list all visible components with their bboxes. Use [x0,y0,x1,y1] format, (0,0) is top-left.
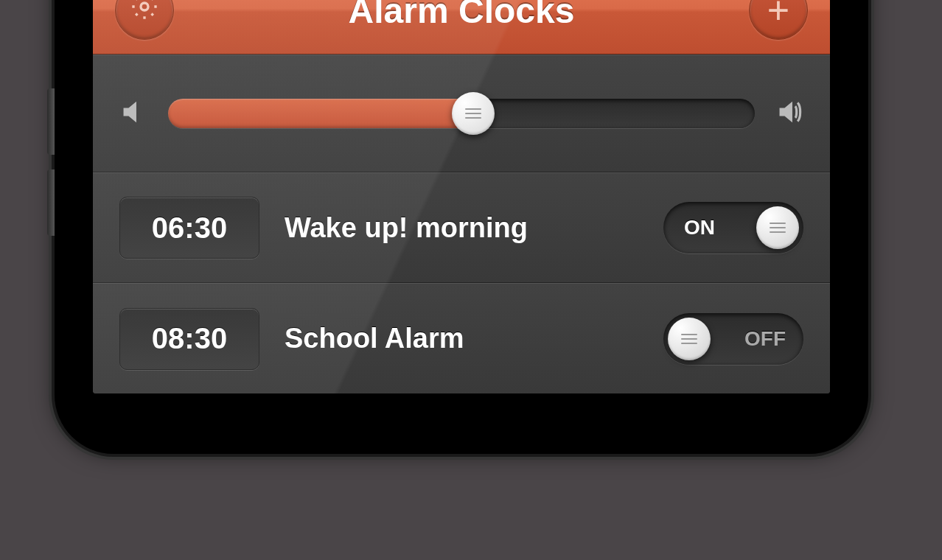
alarm-label: Wake up! morning [285,212,638,244]
svg-point-0 [141,3,148,10]
alarm-time[interactable]: 08:30 [119,308,259,370]
page-title: Alarm Clocks [349,0,575,31]
side-button [47,169,55,236]
toggle-knob[interactable] [668,318,711,360]
plus-icon: + [767,0,789,29]
toggle-state-label: OFF [744,327,786,351]
alarm-row[interactable]: 06:30 Wake up! morning ON [93,172,830,283]
toggle-state-label: ON [684,216,715,239]
settings-button[interactable] [115,0,174,40]
alarm-row[interactable]: 08:30 School Alarm OFF [93,283,830,393]
volume-row [93,55,830,172]
add-alarm-button[interactable]: + [749,0,808,40]
phone-device: CARRIER 17:02 PM 99% [55,0,868,454]
slider-fill [168,99,473,128]
volume-slider[interactable] [168,97,755,130]
alarm-label: School Alarm [285,323,638,354]
alarm-time[interactable]: 06:30 [119,197,259,259]
volume-high-icon [775,98,803,129]
slider-thumb[interactable] [452,92,495,135]
nav-header: Alarm Clocks + [93,0,830,55]
volume-low-icon [119,98,147,129]
gear-icon [130,0,159,29]
alarm-toggle[interactable]: ON [663,202,803,253]
toggle-knob[interactable] [756,206,799,249]
screen: CARRIER 17:02 PM 99% [91,0,831,395]
alarm-toggle[interactable]: OFF [663,313,803,365]
side-button [47,88,55,155]
